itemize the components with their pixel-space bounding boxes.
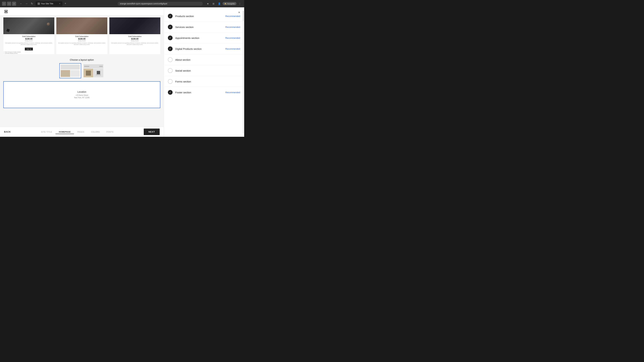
services-recommended-badge: Recommended xyxy=(226,26,240,28)
product-image-2 xyxy=(56,17,107,34)
check-circle-about xyxy=(168,57,172,62)
nav-step-pages[interactable]: PAGES xyxy=(74,130,88,134)
about-section-label: About section xyxy=(175,58,238,61)
layout-option-1[interactable] xyxy=(59,63,81,78)
app-container: Gold Subscription $100.00 Every month Ge… xyxy=(0,7,244,137)
product-price-1: $100.00 xyxy=(4,38,54,40)
scrollbar-thumb[interactable] xyxy=(243,11,244,21)
feature-item: ✓ Unlimited lifetime access xyxy=(3,53,54,54)
product-desc-3: Get anytime access to our growing collec… xyxy=(110,42,160,45)
incognito-badge: 🕵 Incognito xyxy=(222,2,236,5)
check-circle-social xyxy=(168,68,172,73)
cube-decoration xyxy=(6,29,10,32)
nav-step-colors[interactable]: COLORS xyxy=(88,130,103,134)
preview-content: Gold Subscription $100.00 Every month Ge… xyxy=(0,16,164,127)
new-tab-button[interactable]: + xyxy=(63,1,68,6)
layout-option-2[interactable] xyxy=(82,63,104,78)
product-info-2: Gold Subscription $100.00 Every month Ge… xyxy=(56,34,107,46)
scrollbar-track xyxy=(243,11,244,133)
product-name-1: Gold Subscription xyxy=(4,35,54,37)
checklist-item-products[interactable]: ✓ Products section Recommended xyxy=(164,11,244,22)
preview-header xyxy=(0,7,164,16)
sign-up-button-1[interactable]: Sign Up xyxy=(25,48,33,50)
digital-products-section-label: Digital Products section xyxy=(175,47,223,50)
product-price-3: $100.00 xyxy=(110,38,160,40)
address-bar[interactable]: orange-swordfish-rpzm.squarespace.com/co… xyxy=(118,2,203,5)
bookmark-button[interactable]: ★ xyxy=(206,1,210,6)
preview-panel: Gold Subscription $100.00 Every month Ge… xyxy=(0,7,164,137)
checklist-close-button[interactable]: × xyxy=(237,10,242,15)
sphere-decoration xyxy=(47,22,50,26)
nav-step-homepage[interactable]: HOMEPAGE xyxy=(56,130,74,134)
appointments-section-label: Appointments section xyxy=(175,36,223,39)
check-circle-forms xyxy=(168,79,172,84)
checklist-item-social[interactable]: Social section xyxy=(164,65,244,76)
product-name-3: Gold Subscription xyxy=(110,35,160,37)
maximize-button[interactable]: □ xyxy=(7,2,11,6)
product-desc-1: Get anytime access to our growing collec… xyxy=(4,42,54,45)
checklist-item-services[interactable]: ✓ Services section Recommended xyxy=(164,22,244,32)
location-card: Location +23 Demo Street New York, NY 12… xyxy=(3,81,160,108)
address-line-1: +23 Demo Street xyxy=(74,94,90,96)
product-name-2: Gold Subscription xyxy=(57,35,107,37)
incognito-label: Incognito xyxy=(227,3,235,5)
checklist-item-footer[interactable]: ✓ Footer section Recommended xyxy=(164,87,244,98)
check-circle-products: ✓ xyxy=(168,14,172,18)
tab-favicon xyxy=(38,2,40,5)
window-controls: ─ □ × xyxy=(2,2,16,6)
squarespace-logo xyxy=(3,9,9,14)
check-circle-appointments: ✓ xyxy=(168,35,172,40)
layout-options xyxy=(3,63,160,78)
checklist-item-about[interactable]: About section xyxy=(164,54,244,65)
product-card-1: Gold Subscription $100.00 Every month Ge… xyxy=(3,17,54,54)
close-window-button[interactable]: × xyxy=(12,2,16,6)
back-button[interactable]: BACK xyxy=(4,131,11,133)
checklist-item-appointments[interactable]: ✓ Appointments section Recommended xyxy=(164,32,244,43)
nav-steps: SITE TITLE HOMEPAGE PAGES COLORS FONTS xyxy=(38,130,117,134)
product-card-2: Gold Subscription $100.00 Every month Ge… xyxy=(56,17,107,54)
browser-nav: ← → ↻ xyxy=(19,1,34,6)
active-tab[interactable]: Your Site Title × xyxy=(36,1,62,6)
nav-step-site-title[interactable]: SITE TITLE xyxy=(38,130,56,134)
services-section-label: Services section xyxy=(175,26,223,28)
forms-section-label: Forms section xyxy=(175,80,238,83)
layout-title: Choose a layout option xyxy=(3,58,160,61)
extensions-button[interactable]: ⊞ xyxy=(211,1,216,6)
feature-item: ✓ Over 20 hours of video content xyxy=(3,51,54,53)
location-address: +23 Demo Street New York, NY 12345 xyxy=(74,94,90,99)
check-mark-services: ✓ xyxy=(169,26,171,28)
check-mark-footer: ✓ xyxy=(169,91,171,94)
minimize-button[interactable]: ─ xyxy=(2,2,6,6)
next-button[interactable]: NEXT xyxy=(144,129,160,135)
checklist-item-forms[interactable]: Forms section xyxy=(164,76,244,87)
check-mark-products: ✓ xyxy=(169,15,171,17)
product-period-3: Every month xyxy=(110,40,160,41)
browser-menu-button[interactable]: ⋮ xyxy=(238,1,242,6)
products-recommended-badge: Recommended xyxy=(226,15,240,17)
incognito-icon: 🕵 xyxy=(224,2,226,5)
footer-section-label: Footer section xyxy=(175,91,223,94)
nav-step-fonts[interactable]: FONTS xyxy=(103,130,117,134)
footer-recommended-badge: Recommended xyxy=(226,91,240,94)
profile-button[interactable]: 👤 xyxy=(217,1,222,6)
product-period-1: Every month xyxy=(4,40,54,41)
check-circle-services: ✓ xyxy=(168,25,172,29)
browser-actions: ★ ⊞ 👤 🕵 Incognito ⋮ xyxy=(206,1,242,6)
back-nav-button[interactable]: ← xyxy=(19,1,24,6)
checklist-item-digital-products[interactable]: ✓ Digital Products section Recommended xyxy=(164,43,244,54)
digital-products-recommended-badge: Recommended xyxy=(226,48,240,50)
product-info-1: Gold Subscription $100.00 Every month Ge… xyxy=(3,34,54,46)
tab-close-button[interactable]: × xyxy=(59,2,60,5)
product-image-1 xyxy=(3,17,54,34)
products-section-label: Products section xyxy=(175,15,223,17)
reload-button[interactable]: ↻ xyxy=(30,1,34,6)
check-mark-appointments: ✓ xyxy=(169,36,171,39)
product-card-3: Gold Subscription $100.00 Every month Ge… xyxy=(109,17,160,54)
checklist-items: ✓ Products section Recommended ✓ Service… xyxy=(164,7,244,137)
check-circle-digital-products: ✓ xyxy=(168,46,172,51)
appointments-recommended-badge: Recommended xyxy=(226,37,240,39)
check-circle-footer: ✓ xyxy=(168,90,172,95)
social-section-label: Social section xyxy=(175,69,238,72)
forward-nav-button[interactable]: → xyxy=(24,1,29,6)
product-desc-2: Get anytime access to our growing collec… xyxy=(57,42,107,45)
